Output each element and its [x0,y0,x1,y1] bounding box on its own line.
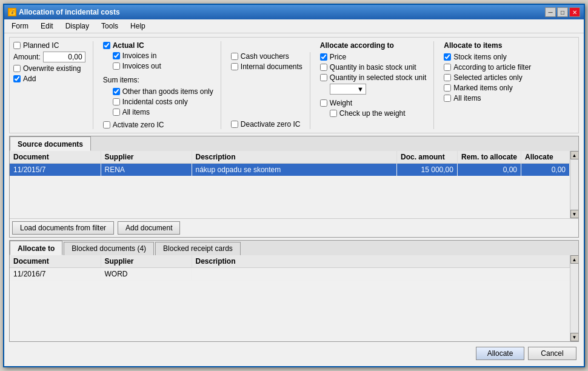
cell-document: 11/2015/7 [10,164,101,176]
alloc-scroll-track [571,264,578,333]
menu-display[interactable]: Display [61,21,94,32]
weight-label: Weight [330,99,352,107]
close-button[interactable]: ✕ [569,7,580,17]
alloc-col-description: Description [192,255,570,268]
all-items-checkbox[interactable] [444,95,451,102]
add-label: Add [23,75,36,83]
qty-basic-label: Quantity in basic stock unit [330,63,416,72]
planned-ic-col: Planned IC Amount: Overwrite existing Ad… [13,41,93,129]
cell-description: nákup odpadu se skontem [192,164,396,176]
menubar: Form Edit Display Tools Help [4,19,584,33]
menu-form[interactable]: Form [7,21,33,32]
table-row[interactable]: 11/2016/7 WORD [10,268,570,281]
allocate-to-tab[interactable]: Allocate to [10,241,62,255]
cash-internal-col: Cash vouchers Internal documents Deactiv… [231,52,310,129]
invoices-in-checkbox[interactable] [113,52,120,59]
allocate-table-with-scroll: Document Supplier Description 11/2016/7 … [10,255,578,341]
menu-tools[interactable]: Tools [96,21,123,32]
incidental-only-checkbox[interactable] [113,98,120,105]
blocked-receipt-tab[interactable]: Blocked receipt cards [155,242,241,255]
stock-items-checkbox[interactable] [444,53,451,61]
col-allocate: Allocate [521,151,570,164]
allocate-to-header: Allocate to items [444,41,531,50]
all-items-sum-label: All items [122,108,150,116]
selected-articles-label: Selected articles only [453,73,522,82]
overwrite-checkbox[interactable] [13,65,21,72]
price-checkbox[interactable] [320,53,327,61]
load-docs-button[interactable]: Load documents from filter [12,221,114,235]
add-checkbox[interactable] [13,75,21,82]
actual-ic-checkbox[interactable] [103,42,110,49]
scroll-up-btn[interactable]: ▲ [570,151,579,159]
check-weight-checkbox[interactable] [330,110,337,117]
bottom-buttons: Allocate Cancel [9,344,579,363]
activate-zero-checkbox[interactable] [103,121,110,129]
menu-edit[interactable]: Edit [36,21,58,32]
cash-vouchers-label: Cash vouchers [241,52,289,61]
marked-items-checkbox[interactable] [444,84,451,92]
source-tabs-row: Source documents [10,136,578,151]
article-filter-label: According to article filter [453,63,531,72]
price-label: Price [330,53,346,61]
deactivate-zero-checkbox[interactable] [231,121,238,128]
cell-rem-allocate: 0,00 [457,164,521,176]
allocate-to-col: Allocate to items Stock items only Accor… [444,41,531,129]
overwrite-label: Overwrite existing [23,64,81,73]
article-filter-checkbox[interactable] [444,64,451,71]
allocate-scrollbar[interactable]: ▲ ▼ [570,255,578,341]
planned-ic-checkbox[interactable] [13,42,21,49]
source-btn-row: Load documents from filter Add document [10,218,578,237]
main-window: 💰 Allocation of incidental costs ─ □ ✕ F… [3,4,585,367]
amount-input[interactable] [43,52,85,62]
scroll-down-btn[interactable]: ▼ [570,210,579,218]
other-goods-label: Other than goods items only [122,87,213,96]
col-description: Description [192,151,396,164]
allocate-button[interactable]: Allocate [476,347,524,360]
planned-ic-label: Planned IC [23,41,59,50]
amount-label: Amount: [13,53,41,61]
stock-items-label: Stock items only [453,53,506,61]
title-bar: 💰 Allocation of incidental costs ─ □ ✕ [4,5,584,19]
selected-articles-checkbox[interactable] [444,74,451,81]
source-docs-panel: Source documents Document Supplier Descr… [9,136,579,238]
minimize-button[interactable]: ─ [545,7,556,17]
window-title: Allocation of incidental costs [19,8,120,16]
cell-allocate: 0,00 [521,164,570,176]
alloc-col-document: Document [10,255,101,268]
invoices-in-label: Invoices in [122,52,157,60]
all-items-label: All items [453,94,481,102]
qty-selected-label: Quantity in selected stock unit [330,73,426,82]
add-doc-button[interactable]: Add document [118,221,180,235]
col-doc-amount: Doc. amount [396,151,457,164]
invoices-out-checkbox[interactable] [113,62,120,70]
source-table: Document Supplier Description Doc. amoun… [10,151,570,176]
internal-docs-label: Internal documents [241,62,302,71]
invoices-out-label: Invoices out [122,62,161,70]
cancel-button[interactable]: Cancel [528,347,576,360]
source-scrollbar[interactable]: ▲ ▼ [570,151,578,218]
internal-docs-checkbox[interactable] [231,63,238,70]
source-docs-tab[interactable]: Source documents [10,136,91,151]
cash-vouchers-checkbox[interactable] [231,53,238,60]
sum-items-label: Sum items: [103,76,213,84]
all-items-sum-checkbox[interactable] [113,109,120,116]
blocked-docs-tab[interactable]: Blocked documents (4) [64,242,154,255]
qty-dropdown[interactable]: ▼ [330,84,366,95]
menu-help[interactable]: Help [125,21,150,32]
allocate-panel: Allocate to Blocked documents (4) Blocke… [9,240,579,342]
alloc-cell-document: 11/2016/7 [10,268,101,281]
weight-checkbox[interactable] [320,99,327,107]
allocate-tabs-row: Allocate to Blocked documents (4) Blocke… [10,241,578,255]
alloc-cell-description [192,268,570,281]
qty-basic-checkbox[interactable] [320,64,327,71]
other-goods-checkbox[interactable] [113,88,120,95]
alloc-scroll-down[interactable]: ▼ [570,333,579,341]
table-row[interactable]: 11/2015/7 RENA nákup odpadu se skontem 1… [10,164,570,176]
source-table-scroll: Document Supplier Description Doc. amoun… [10,151,570,218]
maximize-button[interactable]: □ [557,7,568,17]
qty-selected-checkbox[interactable] [320,74,327,81]
col-supplier: Supplier [101,151,192,164]
alloc-scroll-up[interactable]: ▲ [570,255,579,264]
allocate-according-header: Allocate according to [320,41,426,50]
title-buttons: ─ □ ✕ [545,7,580,17]
